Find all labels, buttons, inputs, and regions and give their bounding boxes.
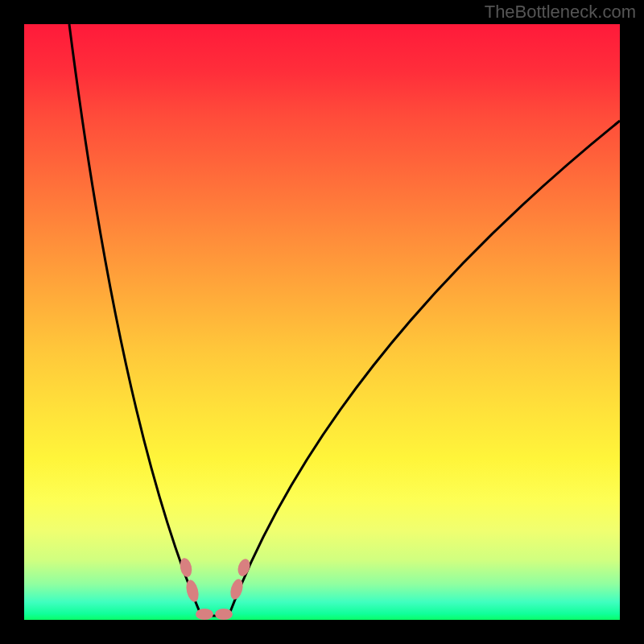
chart-plot-area (24, 24, 620, 620)
chart-curves-svg (24, 24, 620, 620)
curve-marker (236, 557, 252, 577)
watermark-text: TheBottleneck.com (485, 2, 636, 23)
curve-marker (215, 609, 233, 620)
curve-marker (196, 609, 213, 620)
bottleneck-curve (69, 24, 620, 616)
